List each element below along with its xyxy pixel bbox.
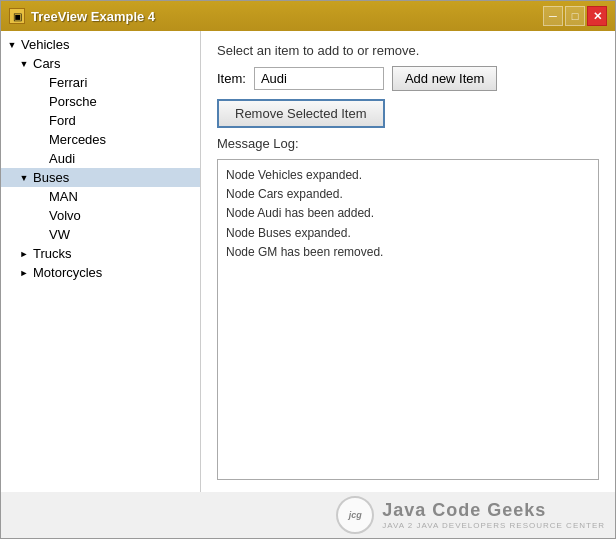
tree-toggle-volvo (33, 209, 47, 223)
tree-toggle-mercedes (33, 133, 47, 147)
tree-item-ford[interactable]: Ford (1, 111, 200, 130)
tree-label-porsche: Porsche (47, 94, 97, 109)
log-entry: Node Vehicles expanded. (226, 166, 590, 185)
tree-label-trucks: Trucks (31, 246, 72, 261)
tree-toggle-trucks: ► (17, 247, 31, 261)
tree-label-man: MAN (47, 189, 78, 204)
tree-label-vw: VW (47, 227, 70, 242)
title-bar-left: ▣ TreeView Example 4 (9, 8, 155, 24)
jcg-text: Java Code Geeks Java 2 Java Developers R… (382, 500, 605, 530)
tree-toggle-vehicles: ▼ (5, 38, 19, 52)
jcg-title: Java Code Geeks (382, 500, 546, 521)
message-log-box: Node Vehicles expanded.Node Cars expande… (217, 159, 599, 480)
window-controls: ─ □ ✕ (543, 6, 607, 26)
right-panel: Select an item to add to or remove. Item… (201, 31, 615, 492)
app-icon: ▣ (9, 8, 25, 24)
tree-toggle-ferrari (33, 76, 47, 90)
tree-item-ferrari[interactable]: Ferrari (1, 73, 200, 92)
tree-panel: ▼Vehicles▼CarsFerrariPorscheFordMercedes… (1, 31, 201, 492)
item-label: Item: (217, 71, 246, 86)
tree-toggle-motorcycles: ► (17, 266, 31, 280)
title-bar: ▣ TreeView Example 4 ─ □ ✕ (1, 1, 615, 31)
tree-item-vw[interactable]: VW (1, 225, 200, 244)
message-log-label: Message Log: (217, 136, 599, 151)
branding-bar: jcg Java Code Geeks Java 2 Java Develope… (1, 492, 615, 538)
tree-label-vehicles: Vehicles (19, 37, 69, 52)
tree-item-audi[interactable]: Audi (1, 149, 200, 168)
tree-label-buses: Buses (31, 170, 69, 185)
log-entry: Node Cars expanded. (226, 185, 590, 204)
tree-toggle-vw (33, 228, 47, 242)
tree-label-cars: Cars (31, 56, 60, 71)
maximize-button[interactable]: □ (565, 6, 585, 26)
tree-item-porsche[interactable]: Porsche (1, 92, 200, 111)
close-button[interactable]: ✕ (587, 6, 607, 26)
tree-item-mercedes[interactable]: Mercedes (1, 130, 200, 149)
tree-item-man[interactable]: MAN (1, 187, 200, 206)
tree-item-trucks[interactable]: ►Trucks (1, 244, 200, 263)
tree-label-volvo: Volvo (47, 208, 81, 223)
tree-toggle-audi (33, 152, 47, 166)
log-entry: Node Buses expanded. (226, 224, 590, 243)
tree-item-buses[interactable]: ▼Buses (1, 168, 200, 187)
tree-toggle-man (33, 190, 47, 204)
tree-label-mercedes: Mercedes (47, 132, 106, 147)
tree-item-cars[interactable]: ▼Cars (1, 54, 200, 73)
instruction-text: Select an item to add to or remove. (217, 43, 599, 58)
tree-toggle-porsche (33, 95, 47, 109)
tree-label-ford: Ford (47, 113, 76, 128)
tree-item-motorcycles[interactable]: ►Motorcycles (1, 263, 200, 282)
log-entry: Node GM has been removed. (226, 243, 590, 262)
add-item-button[interactable]: Add new Item (392, 66, 498, 91)
log-entry: Node Audi has been added. (226, 204, 590, 223)
tree-toggle-buses: ▼ (17, 171, 31, 185)
remove-selected-button[interactable]: Remove Selected Item (217, 99, 385, 128)
jcg-subtitle: Java 2 Java Developers Resource Center (382, 521, 605, 530)
minimize-button[interactable]: ─ (543, 6, 563, 26)
tree-item-vehicles[interactable]: ▼Vehicles (1, 35, 200, 54)
tree-label-ferrari: Ferrari (47, 75, 87, 90)
window-title: TreeView Example 4 (31, 9, 155, 24)
tree-toggle-ford (33, 114, 47, 128)
tree-toggle-cars: ▼ (17, 57, 31, 71)
tree-label-audi: Audi (47, 151, 75, 166)
jcg-logo: jcg (336, 496, 374, 534)
item-input[interactable] (254, 67, 384, 90)
tree-label-motorcycles: Motorcycles (31, 265, 102, 280)
tree-item-volvo[interactable]: Volvo (1, 206, 200, 225)
content-area: ▼Vehicles▼CarsFerrariPorscheFordMercedes… (1, 31, 615, 492)
item-row: Item: Add new Item (217, 66, 599, 91)
main-window: ▣ TreeView Example 4 ─ □ ✕ ▼Vehicles▼Car… (0, 0, 616, 539)
